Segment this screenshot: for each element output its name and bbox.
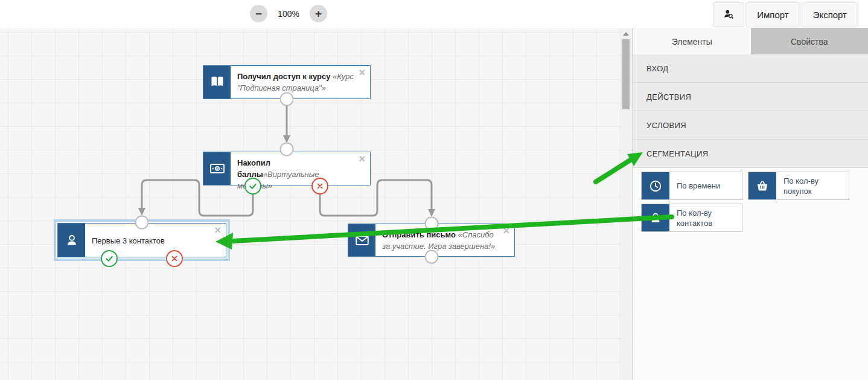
status-yes-icon[interactable]: [244, 178, 261, 195]
node-title: Первые 3 контактов: [92, 235, 165, 246]
port-node1-out[interactable]: [280, 92, 294, 106]
zoom-out-button[interactable]: −: [250, 5, 267, 22]
port-node3-in[interactable]: [135, 216, 149, 230]
node-title: Получил доступ к курсу: [237, 72, 330, 81]
contact-icon: [642, 204, 669, 231]
tab-elements[interactable]: Элементы: [633, 28, 751, 54]
status-no-icon[interactable]: [166, 250, 183, 267]
book-icon: [203, 66, 231, 98]
port-node2-in[interactable]: [280, 143, 294, 156]
clock-icon: [642, 172, 669, 199]
banknote-icon: 0: [203, 152, 231, 185]
sidebar-section-input[interactable]: ВХОД: [633, 54, 868, 83]
status-yes-icon[interactable]: [101, 250, 118, 267]
scrollbar-thumb[interactable]: [622, 39, 630, 109]
flow-canvas[interactable]: Получил доступ к курсу «Курс "Подписная …: [0, 28, 633, 380]
palette-item-by-purchases[interactable]: По кол-ву покупок: [748, 172, 849, 200]
palette-item-label: По кол-ву покупок: [776, 172, 849, 199]
sidebar: Элементы Свойства ВХОД ДЕЙСТВИЯ УСЛОВИЯ …: [633, 28, 868, 380]
sidebar-section-conditions[interactable]: УСЛОВИЯ: [633, 111, 868, 140]
zoom-controls: − 100% +: [250, 5, 327, 22]
port-node4-out[interactable]: [425, 250, 439, 264]
node-text: Отправить письмо «Спасибо за участие. Иг…: [375, 224, 514, 256]
close-icon[interactable]: ×: [214, 225, 221, 236]
node-title: Отправить письмо: [382, 230, 456, 239]
palette-item-label: По времени: [669, 172, 742, 199]
palette-item-label: По кол-ву контактов: [669, 204, 742, 231]
zoom-in-button[interactable]: +: [310, 5, 327, 22]
person-search-button[interactable]: [713, 2, 744, 27]
export-button[interactable]: Экспорт: [802, 2, 858, 27]
envelope-icon: [348, 224, 375, 256]
close-icon[interactable]: ×: [503, 225, 509, 236]
zoom-level: 100%: [276, 9, 301, 19]
node-points-earned[interactable]: 0 Накопил баллы«Виртуальные монеты» ×: [203, 152, 371, 185]
tab-properties[interactable]: Свойства: [751, 28, 868, 54]
basket-icon: [748, 172, 776, 199]
import-button[interactable]: Импорт: [745, 2, 800, 27]
scroll-up-icon[interactable]: [623, 32, 629, 36]
canvas-scrollbar[interactable]: [621, 28, 631, 380]
palette-item-by-contacts[interactable]: По кол-ву контактов: [641, 204, 742, 232]
person-search-icon: [723, 8, 735, 22]
topbar-actions: Импорт Экспорт: [713, 2, 858, 27]
node-text: Получил доступ к курсу «Курс "Подписная …: [231, 66, 370, 98]
sidebar-tabs: Элементы Свойства: [633, 28, 868, 54]
person-icon: [58, 224, 85, 257]
palette-item-by-time[interactable]: По времени: [641, 172, 742, 200]
sidebar-section-segmentation[interactable]: СЕГМЕНТАЦИЯ: [633, 140, 868, 168]
segmentation-palette: По времени По кол-ву покупок По кол-ву к…: [633, 168, 868, 236]
status-no-icon[interactable]: [311, 178, 328, 195]
close-icon[interactable]: ×: [359, 153, 365, 164]
port-node4-in[interactable]: [425, 217, 439, 231]
topbar: − 100% + Импорт Экспорт: [0, 0, 868, 28]
svg-text:0: 0: [215, 166, 218, 172]
sidebar-section-actions[interactable]: ДЕЙСТВИЯ: [633, 83, 868, 111]
close-icon[interactable]: ×: [359, 67, 365, 78]
